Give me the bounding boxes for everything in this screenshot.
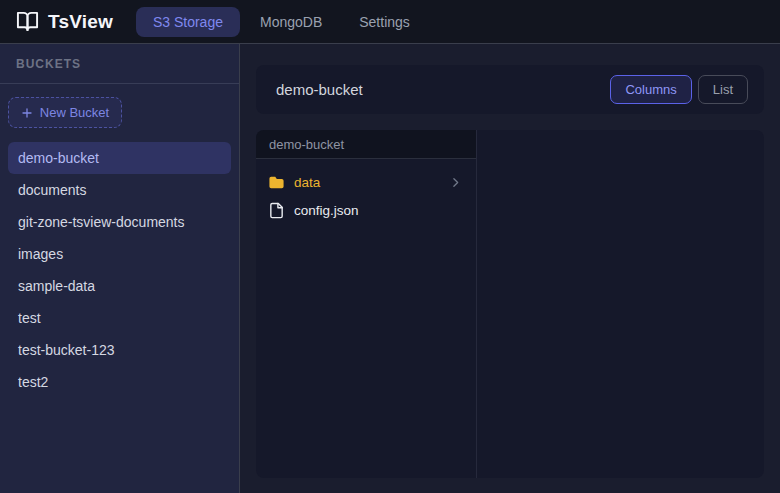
tab-settings[interactable]: Settings <box>342 7 427 37</box>
top-nav: S3 Storage MongoDB Settings <box>136 7 427 37</box>
content-area: demo-bucket Columns List demo-bucket dat… <box>240 44 780 493</box>
bucket-item-git-zone-tsview-documents[interactable]: git-zone-tsview-documents <box>8 206 231 238</box>
new-bucket-button[interactable]: New Bucket <box>8 97 122 128</box>
folder-icon <box>268 174 285 191</box>
brand: TsView <box>16 10 113 33</box>
entry-label: config.json <box>294 203 359 218</box>
tab-s3-storage[interactable]: S3 Storage <box>136 7 240 37</box>
columns-view-button[interactable]: Columns <box>610 75 691 104</box>
entry-list: data config.json <box>256 159 476 224</box>
tab-mongodb[interactable]: MongoDB <box>243 7 339 37</box>
bucket-item-documents[interactable]: documents <box>8 174 231 206</box>
chevron-right-icon <box>449 176 462 189</box>
view-switch: Columns List <box>610 75 748 104</box>
bucket-item-demo-bucket[interactable]: demo-bucket <box>8 142 231 174</box>
bucket-item-test2[interactable]: test2 <box>8 366 231 398</box>
entry-config-json-file[interactable]: config.json <box>256 196 476 224</box>
bucket-list: demo-bucket documents git-zone-tsview-do… <box>0 142 239 398</box>
entry-label: data <box>294 175 320 190</box>
buckets-section-title: BUCKETS <box>0 44 239 84</box>
column-header: demo-bucket <box>256 130 476 159</box>
open-book-icon <box>16 10 39 33</box>
new-bucket-label: New Bucket <box>40 105 109 120</box>
entry-data-folder[interactable]: data <box>256 168 476 196</box>
bucket-title: demo-bucket <box>276 81 363 98</box>
browser-column: demo-bucket data <box>256 130 477 478</box>
app-title: TsView <box>48 11 113 33</box>
main-layout: BUCKETS New Bucket demo-bucket documents… <box>0 44 780 493</box>
list-view-button[interactable]: List <box>698 75 748 104</box>
bucket-item-images[interactable]: images <box>8 238 231 270</box>
app-window: TsView S3 Storage MongoDB Settings BUCKE… <box>0 0 780 493</box>
topbar: TsView S3 Storage MongoDB Settings <box>0 0 780 44</box>
bucket-item-sample-data[interactable]: sample-data <box>8 270 231 302</box>
bucket-toolbar: demo-bucket Columns List <box>256 65 764 114</box>
file-icon <box>268 202 285 219</box>
bucket-item-test-bucket-123[interactable]: test-bucket-123 <box>8 334 231 366</box>
plus-icon <box>21 107 33 119</box>
bucket-item-test[interactable]: test <box>8 302 231 334</box>
buckets-sidebar: BUCKETS New Bucket demo-bucket documents… <box>0 44 240 493</box>
file-browser-panel: demo-bucket data <box>256 130 764 478</box>
